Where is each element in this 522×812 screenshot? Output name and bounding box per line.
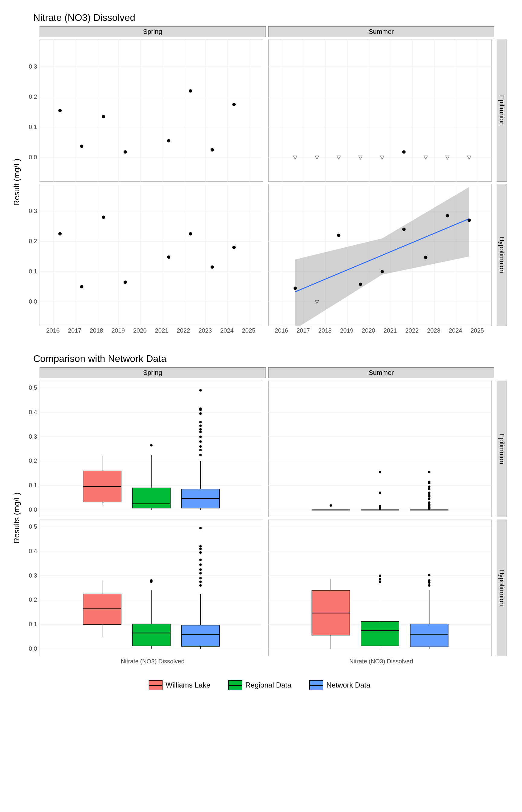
svg-point-59 xyxy=(189,232,192,236)
svg-point-206 xyxy=(428,574,430,576)
col-strip-spring: Spring xyxy=(40,26,266,37)
legend-item-williams: Williams Lake xyxy=(148,680,210,690)
ytick-label: 0.2 xyxy=(29,93,40,100)
svg-point-181 xyxy=(199,548,202,550)
ytick-label: 0.1 xyxy=(29,621,40,628)
scatter-block: Nitrate (NO3) Dissolved Result (mg/L) Sp… xyxy=(12,12,507,338)
svg-point-179 xyxy=(199,559,202,561)
svg-point-151 xyxy=(428,485,430,488)
svg-point-134 xyxy=(379,491,381,494)
col-strip-spring-2: Spring xyxy=(40,367,266,378)
xtick-label: Nitrate (NO3) Dissolved xyxy=(40,656,266,668)
row-strip: Hypolimnion xyxy=(497,184,507,326)
svg-point-183 xyxy=(199,527,202,529)
ytick-label: 0.4 xyxy=(29,548,40,555)
col-strip-summer: Summer xyxy=(268,26,495,37)
xtick-label: 2023 xyxy=(427,327,441,334)
xtick-label: 2018 xyxy=(90,327,103,334)
scatter-panel xyxy=(268,184,492,326)
scatter-panel xyxy=(268,40,492,182)
svg-point-103 xyxy=(199,454,202,456)
svg-point-106 xyxy=(199,441,202,443)
col-strip-summer-2: Summer xyxy=(268,367,495,378)
legend-item-regional: Regional Data xyxy=(228,680,291,690)
xtick-label: 2017 xyxy=(68,327,82,334)
scatter-title: Nitrate (NO3) Dissolved xyxy=(33,12,507,23)
svg-point-82 xyxy=(402,228,405,231)
svg-point-61 xyxy=(232,246,236,249)
svg-point-22 xyxy=(232,103,236,106)
svg-point-79 xyxy=(337,234,340,237)
ytick-label: 0.1 xyxy=(29,482,40,489)
svg-rect-23 xyxy=(268,40,492,182)
ytick-label: 0.2 xyxy=(29,238,40,245)
svg-rect-0 xyxy=(40,40,263,182)
svg-point-203 xyxy=(428,584,430,587)
svg-point-108 xyxy=(199,430,202,433)
svg-point-107 xyxy=(199,435,202,438)
svg-rect-116 xyxy=(268,381,492,517)
xtick-label: 2024 xyxy=(220,327,234,334)
svg-rect-201 xyxy=(410,624,448,647)
legend: Williams Lake Regional Data Network Data xyxy=(12,680,507,690)
svg-point-178 xyxy=(199,563,202,566)
svg-point-135 xyxy=(379,471,381,473)
svg-point-84 xyxy=(446,214,449,218)
xtick-label: 2019 xyxy=(340,327,354,334)
svg-point-198 xyxy=(379,578,381,581)
xtick-label: 2020 xyxy=(133,327,147,334)
xtick-label: 2022 xyxy=(405,327,419,334)
ytick-label: 0.3 xyxy=(29,572,40,579)
xtick-label: 2016 xyxy=(46,327,60,334)
svg-rect-171 xyxy=(182,625,220,647)
svg-point-56 xyxy=(102,216,105,219)
legend-item-network: Network Data xyxy=(309,680,370,690)
svg-point-174 xyxy=(199,581,202,583)
ytick-label: 0.1 xyxy=(29,268,40,275)
svg-point-180 xyxy=(199,551,202,554)
svg-point-177 xyxy=(199,568,202,571)
xtick-label: 2019 xyxy=(112,327,125,334)
scatter-panel xyxy=(40,184,263,326)
svg-point-133 xyxy=(379,505,381,508)
svg-point-197 xyxy=(379,581,381,583)
ytick-label: 0.5 xyxy=(29,384,40,391)
xtick-label: 2025 xyxy=(242,327,256,334)
ytick-label: 0.2 xyxy=(29,458,40,464)
ytick-label: 0.3 xyxy=(29,63,40,70)
svg-point-112 xyxy=(199,412,202,415)
svg-point-149 xyxy=(428,491,430,494)
page-root: Nitrate (NO3) Dissolved Result (mg/L) Sp… xyxy=(0,0,522,812)
svg-point-105 xyxy=(199,445,202,448)
svg-point-146 xyxy=(428,498,430,500)
ytick-label: 0.0 xyxy=(29,298,40,305)
svg-point-114 xyxy=(199,407,202,410)
ytick-label: 0.0 xyxy=(29,645,40,652)
svg-point-153 xyxy=(428,481,430,483)
scatter-panel xyxy=(40,40,263,182)
svg-point-85 xyxy=(467,219,470,222)
svg-rect-166 xyxy=(132,624,170,646)
svg-point-148 xyxy=(428,494,430,496)
svg-point-17 xyxy=(102,115,105,118)
xtick-label: 2020 xyxy=(362,327,376,334)
svg-point-111 xyxy=(199,421,202,423)
row-strip: Epilimnion xyxy=(497,40,507,182)
xtick-label: 2017 xyxy=(297,327,310,334)
svg-point-60 xyxy=(210,266,214,269)
ytick-label: 0.3 xyxy=(29,433,40,440)
box-ylabel: Results (mg/L) xyxy=(12,367,21,668)
xtick-label: 2024 xyxy=(449,327,462,334)
svg-point-169 xyxy=(150,580,153,582)
box-panel xyxy=(40,520,263,656)
xtick-label: 2016 xyxy=(275,327,288,334)
svg-point-99 xyxy=(150,444,153,446)
scatter-ylabel: Result (mg/L) xyxy=(12,26,21,338)
svg-point-80 xyxy=(359,283,362,286)
svg-rect-39 xyxy=(40,184,263,326)
svg-point-20 xyxy=(189,89,192,93)
svg-point-182 xyxy=(199,545,202,548)
svg-point-145 xyxy=(428,502,430,504)
svg-point-18 xyxy=(124,150,127,154)
svg-point-21 xyxy=(210,148,214,151)
